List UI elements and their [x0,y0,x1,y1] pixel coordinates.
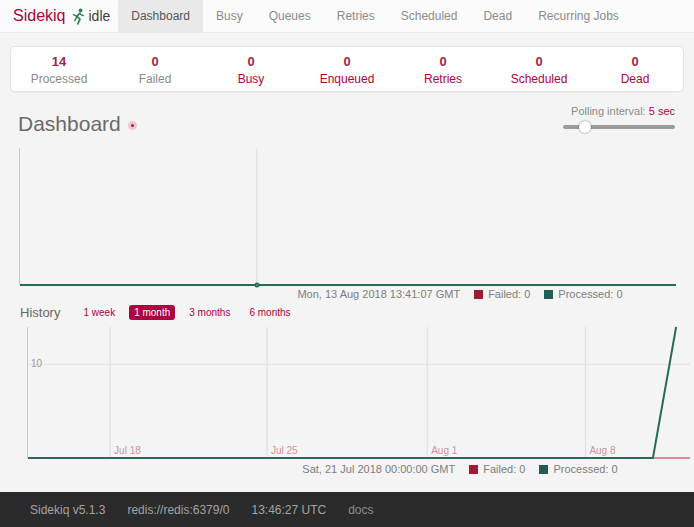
stat-dead[interactable]: 0 Dead [587,47,683,91]
live-poll-beacon-icon [128,121,137,130]
stat-scheduled-count: 0 [491,54,587,69]
tab-scheduled[interactable]: Scheduled [388,0,471,33]
stat-enqueued-count: 0 [299,54,395,69]
legend-failed: Failed: 0 [469,463,525,475]
stat-failed-count: 0 [107,54,203,69]
status-text: idle [88,8,110,24]
stat-enqueued[interactable]: 0 Enqueued [299,47,395,91]
history-chart: Jul 18Jul 25Aug 1Aug 810 [27,327,690,458]
stat-retries[interactable]: 0 Retries [395,47,491,91]
x-axis-tick-label: Jul 25 [271,445,298,456]
slider-thumb[interactable] [579,121,591,133]
page-title: Dashboard [18,112,137,136]
stat-failed: 0 Failed [107,47,203,91]
stat-scheduled[interactable]: 0 Scheduled [491,47,587,91]
stat-scheduled-label[interactable]: Scheduled [491,72,587,86]
failed-swatch-icon [469,465,478,474]
current-point-marker [254,283,259,288]
stat-dead-count: 0 [587,54,683,69]
legend-processed: Processed: 0 [544,288,622,300]
polling-interval-label: Polling interval: 5 sec [571,105,675,117]
stat-failed-label: Failed [107,72,203,86]
legend-failed-text: Failed: 0 [488,288,530,300]
x-axis-tick-label: Aug 8 [589,445,615,456]
stat-busy-label[interactable]: Busy [203,72,299,86]
tab-retries[interactable]: Retries [324,0,388,33]
legend-failed-text: Failed: 0 [483,463,525,475]
legend-processed-text: Processed: 0 [553,463,617,475]
tab-recurring-jobs[interactable]: Recurring Jobs [525,0,632,33]
realtime-chart-legend: Mon, 13 Aug 2018 13:41:07 GMT Failed: 0 … [240,288,694,300]
x-axis-tick-label: Jul 18 [114,445,141,456]
polling-interval-text: Polling interval: [571,105,646,117]
legend-timestamp: Sat, 21 Jul 2018 00:00:00 GMT [302,463,455,475]
stat-busy-count: 0 [203,54,299,69]
tab-queues[interactable]: Queues [256,0,324,33]
footer: Sidekiq v5.1.3 redis://redis:6379/0 13:4… [0,492,694,527]
history-title: History [20,305,60,320]
footer-docs-link[interactable]: docs [348,503,373,517]
sidekiq-brand[interactable]: Sidekiq [13,7,65,25]
legend-processed: Processed: 0 [539,463,617,475]
stat-processed-count: 14 [11,54,107,69]
tab-dead[interactable]: Dead [470,0,525,33]
tab-busy[interactable]: Busy [203,0,256,33]
legend-failed: Failed: 0 [474,288,530,300]
stat-busy[interactable]: 0 Busy [203,47,299,91]
page-title-text: Dashboard [18,112,121,135]
navbar: Sidekiq idle Dashboard Busy Queues Retri… [0,0,694,33]
chart-canvas [28,327,690,458]
realtime-chart [19,148,676,285]
range-1-week[interactable]: 1 week [78,305,120,320]
range-1-month[interactable]: 1 month [129,305,175,320]
history-chart-legend: Sat, 21 Jul 2018 00:00:00 GMT Failed: 0 … [240,463,694,475]
y-axis-tick-label: 10 [31,358,42,369]
legend-processed-text: Processed: 0 [558,288,622,300]
stat-processed: 14 Processed [11,47,107,91]
summary-stats-bar: 14 Processed 0 Failed 0 Busy 0 Enqueued … [10,46,684,92]
stat-retries-count: 0 [395,54,491,69]
history-header: History 1 week 1 month 3 months 6 months [20,305,305,320]
stat-dead-label[interactable]: Dead [587,72,683,86]
polling-interval-value: 5 sec [649,105,675,117]
processed-swatch-icon [539,465,548,474]
stat-processed-label: Processed [11,72,107,86]
processed-swatch-icon [544,290,553,299]
tab-dashboard[interactable]: Dashboard [118,0,203,33]
chart-canvas [20,148,676,285]
range-3-months[interactable]: 3 months [184,305,235,320]
footer-version: Sidekiq v5.1.3 [30,503,105,517]
legend-timestamp: Mon, 13 Aug 2018 13:41:07 GMT [297,288,460,300]
range-6-months[interactable]: 6 months [244,305,295,320]
stat-retries-label[interactable]: Retries [395,72,491,86]
footer-server-time: 13:46:27 UTC [251,503,326,517]
footer-redis-url: redis://redis:6379/0 [127,503,229,517]
failed-swatch-icon [474,290,483,299]
stat-enqueued-label[interactable]: Enqueued [299,72,395,86]
sidekiq-runner-icon [71,8,85,25]
x-axis-tick-label: Aug 1 [431,445,457,456]
polling-interval-slider[interactable] [563,125,675,129]
